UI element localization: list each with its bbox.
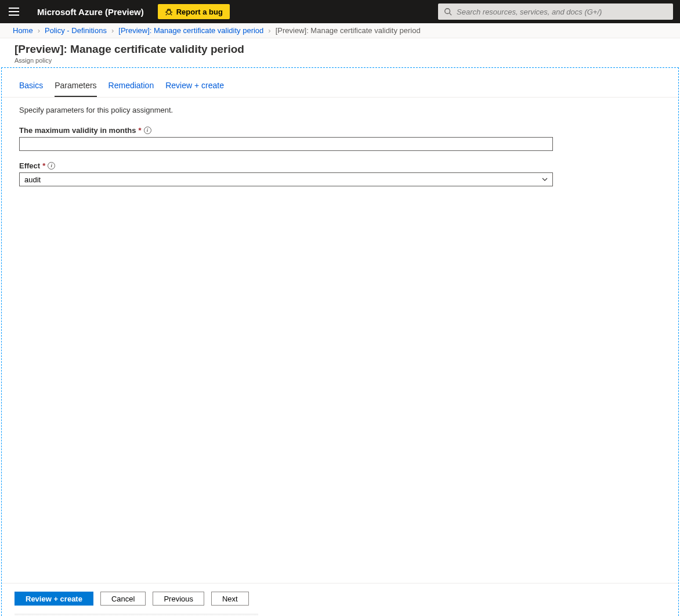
effect-label: Effect [19, 161, 40, 170]
info-icon[interactable]: i [48, 162, 55, 170]
form-body: Specify parameters for this policy assig… [2, 98, 678, 583]
menu-icon[interactable] [7, 5, 21, 19]
tab-bar: Basics Parameters Remediation Review + c… [2, 68, 678, 98]
effect-select[interactable]: audit [19, 172, 553, 186]
page-title: [Preview]: Manage certificate validity p… [15, 43, 667, 56]
report-bug-label: Report a bug [176, 8, 223, 16]
top-bar: Microsoft Azure (Preview) Report a bug [0, 0, 680, 23]
footer-shadow [15, 614, 258, 616]
content-panel: Basics Parameters Remediation Review + c… [1, 67, 679, 616]
max-validity-label: The maximum validity in months [19, 126, 136, 135]
field-max-validity: The maximum validity in months * i [19, 126, 553, 151]
tab-basics[interactable]: Basics [19, 81, 43, 97]
previous-button[interactable]: Previous [153, 592, 204, 606]
bug-icon [165, 8, 173, 16]
cancel-button[interactable]: Cancel [100, 592, 146, 606]
title-bar: [Preview]: Manage certificate validity p… [0, 38, 680, 67]
breadcrumb-policy-definitions[interactable]: Policy - Definitions [45, 26, 107, 35]
page-subtitle: Assign policy [15, 57, 667, 64]
review-create-button[interactable]: Review + create [15, 592, 93, 606]
required-indicator: * [139, 126, 142, 135]
svg-point-0 [167, 10, 171, 14]
breadcrumb-home[interactable]: Home [13, 26, 33, 35]
info-icon[interactable]: i [144, 127, 151, 134]
required-indicator: * [42, 161, 45, 170]
breadcrumb-separator: › [111, 26, 114, 35]
breadcrumb-current: [Preview]: Manage certificate validity p… [276, 26, 421, 35]
breadcrumb-separator: › [38, 26, 40, 35]
field-effect: Effect * i audit [19, 161, 553, 186]
breadcrumb-preview-policy[interactable]: [Preview]: Manage certificate validity p… [118, 26, 263, 35]
tab-remediation[interactable]: Remediation [108, 81, 154, 97]
footer-bar: Review + create Cancel Previous Next [2, 583, 678, 614]
search-input[interactable] [457, 8, 667, 16]
brand-title: Microsoft Azure (Preview) [37, 7, 144, 17]
breadcrumb-separator: › [268, 26, 270, 35]
tab-review-create[interactable]: Review + create [165, 81, 224, 97]
breadcrumb: Home › Policy - Definitions › [Preview]:… [0, 23, 680, 38]
svg-point-1 [445, 9, 450, 14]
next-button[interactable]: Next [211, 592, 249, 606]
global-search[interactable] [438, 3, 673, 20]
search-icon [444, 8, 452, 16]
tab-parameters[interactable]: Parameters [55, 81, 96, 97]
form-intro: Specify parameters for this policy assig… [19, 106, 661, 114]
max-validity-input[interactable] [19, 137, 553, 151]
report-bug-button[interactable]: Report a bug [158, 4, 230, 19]
